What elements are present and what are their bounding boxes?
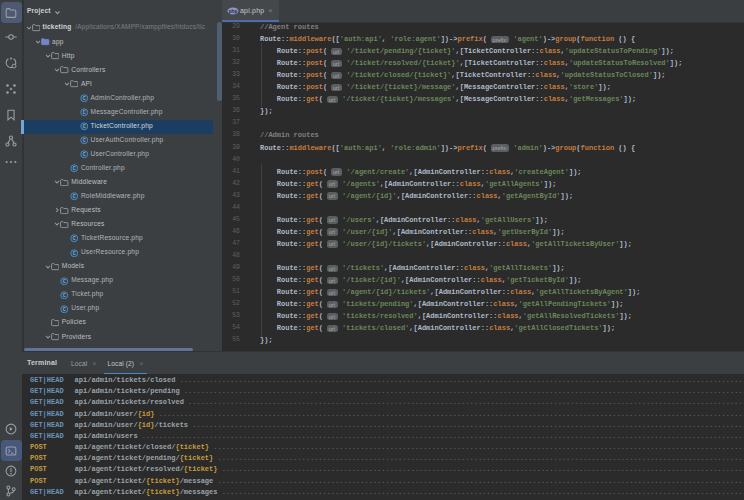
svg-text:C: C: [63, 293, 66, 298]
svg-text:C: C: [63, 279, 66, 284]
svg-text:C: C: [73, 166, 76, 171]
svg-text:C: C: [82, 152, 85, 157]
svg-text:C: C: [73, 237, 76, 242]
svg-text:C: C: [73, 194, 76, 199]
svg-text:C: C: [63, 307, 66, 312]
svg-text:C: C: [82, 96, 85, 101]
svg-text:C: C: [82, 138, 85, 143]
svg-text:php: php: [228, 9, 237, 14]
svg-text:C: C: [82, 110, 85, 115]
svg-text:C: C: [82, 124, 85, 129]
svg-text:C: C: [73, 251, 76, 256]
